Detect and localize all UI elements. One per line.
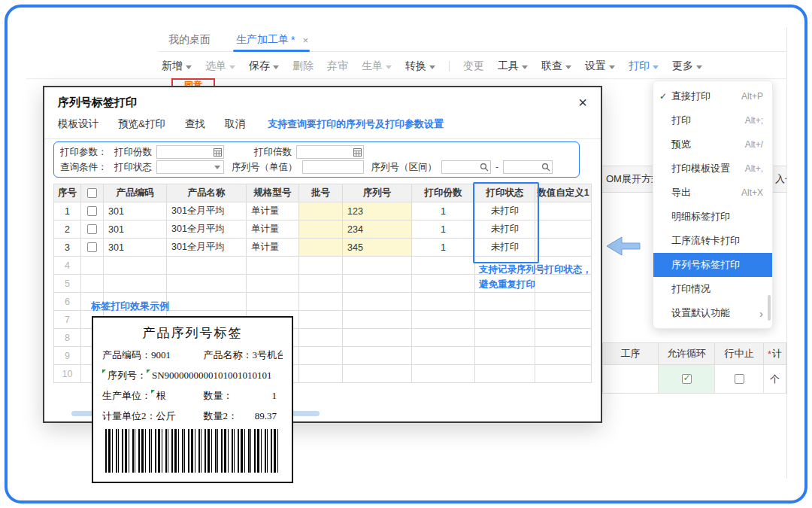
label-preview-card: 产品序列号标签 产品编码：9001产品名称：3号机台序列号：SN90000000… — [92, 316, 293, 483]
table-cell — [247, 293, 299, 311]
menu-item-print[interactable]: 打印Alt+; — [653, 108, 772, 132]
column-header: 产品编码 — [104, 184, 167, 202]
tab-label: 生产加工单 — [236, 33, 289, 47]
row-checkbox[interactable] — [87, 206, 97, 216]
table-cell — [299, 239, 343, 257]
label-field-name: 产品名称： — [203, 348, 252, 362]
toolbar-button-label: 工具 — [498, 59, 519, 73]
table-cell: 3 — [54, 239, 81, 257]
toolbar-button-new[interactable]: 新增 — [162, 59, 192, 73]
menu-item-print-template-settings[interactable]: 打印模板设置Alt+, — [653, 157, 772, 181]
menu-item-export[interactable]: 导出Alt+X — [653, 181, 772, 205]
row-checkbox[interactable] — [87, 224, 97, 234]
table-cell: 单计量 — [247, 239, 299, 257]
table-cell — [412, 311, 475, 329]
chevron-down-icon — [565, 65, 571, 69]
search-icon[interactable] — [480, 163, 489, 172]
table-cell — [299, 275, 343, 293]
menu-item-detail-label-print[interactable]: 明细标签打印 — [653, 205, 772, 229]
label-field-value: 公斤 — [156, 409, 176, 423]
tab-my-desktop[interactable]: 我的桌面 — [168, 29, 211, 51]
table-cell — [247, 257, 299, 275]
toolbar-button-label: 生单 — [362, 59, 383, 73]
menu-item-print-status[interactable]: 打印情况 — [653, 277, 772, 301]
line-abort-checkbox[interactable] — [735, 374, 744, 384]
toolbar-button-tools[interactable]: 工具 — [498, 59, 528, 73]
calculator-icon[interactable] — [353, 148, 362, 157]
toolbar-button-settings[interactable]: 设置 — [585, 59, 615, 73]
label-field-name: 序列号： — [108, 369, 147, 382]
label-example-link[interactable]: 标签打印效果示例 — [91, 300, 169, 313]
menu-item-preview[interactable]: 预览Alt+/ — [653, 132, 772, 157]
toolbar-button-select-order[interactable]: 选单 — [205, 59, 235, 73]
range-separator: - — [495, 162, 498, 172]
table-cell — [299, 202, 343, 221]
table-cell — [412, 293, 475, 311]
column-header: 打印状态 — [475, 184, 535, 202]
table-cell — [299, 365, 343, 383]
toolbar-button-delete[interactable]: 删除 — [292, 59, 314, 73]
dialog-menu-preview-print[interactable]: 预览&打印 — [118, 117, 165, 131]
calculator-icon[interactable] — [214, 148, 222, 157]
toolbar-button-generate-order[interactable]: 生单 — [362, 59, 392, 73]
allow-loop-checkbox[interactable] — [682, 374, 692, 384]
menu-scrollbar[interactable] — [768, 295, 771, 321]
toolbar-button-convert[interactable]: 转换 — [405, 59, 435, 73]
label-field-row: 计量单位2：公斤数量2：89.37 — [102, 409, 283, 423]
tab-production-order[interactable]: 生产加工单 * × — [236, 29, 308, 51]
menu-item-label: 打印情况 — [671, 282, 763, 296]
serial-range-label: 序列号（区间） — [371, 161, 438, 174]
table-cell — [343, 329, 412, 347]
multiple-input[interactable] — [296, 145, 364, 159]
toolbar-button-unapprove[interactable]: 弃审 — [327, 59, 348, 73]
dialog-title: 序列号标签打印 — [58, 96, 137, 110]
print-status-select[interactable] — [156, 160, 224, 174]
table-cell — [475, 311, 535, 329]
table-cell — [475, 329, 535, 347]
table-cell — [412, 365, 475, 383]
serial-single-input[interactable] — [302, 160, 364, 174]
dialog-menu-find[interactable]: 查找 — [185, 117, 205, 131]
toolbar-button-more[interactable]: 更多 — [672, 59, 702, 73]
menu-item-direct-print[interactable]: ✓直接打印Alt+P — [653, 84, 772, 108]
dialog-close-icon[interactable]: × — [578, 95, 587, 110]
chevron-down-icon — [214, 166, 220, 169]
toolbar-button-change[interactable]: 变更 — [463, 59, 484, 73]
table-cell — [535, 365, 592, 383]
table-cell: 4 — [54, 257, 81, 275]
serial-range-end-input[interactable] — [503, 160, 553, 174]
label-field-row: 序列号：SN9000000000101001010101 — [102, 369, 283, 382]
label-field-name: 产品编码： — [102, 348, 151, 362]
dialog-menu-bar: 模板设计预览&打印查找取消 支持查询要打印的序列号及打印参数设置 — [44, 117, 601, 139]
toolbar-button-label: 保存 — [249, 59, 270, 73]
toolbar-button-print[interactable]: 打印 — [629, 59, 659, 73]
table-header-row: 序号产品编码产品名称规格型号批号序列号打印份数打印状态数值自定义1 — [54, 184, 592, 202]
chevron-down-icon — [653, 65, 659, 69]
dialog-menu-template-design[interactable]: 模板设计 — [58, 117, 98, 131]
copies-input[interactable] — [156, 145, 224, 159]
table-cell — [475, 365, 535, 383]
barcode-image — [105, 429, 280, 473]
bg-column-header: 工序 — [603, 343, 659, 364]
chevron-down-icon — [273, 65, 279, 69]
dialog-menu-cancel[interactable]: 取消 — [225, 117, 245, 131]
label-field-name: 数量2： — [203, 409, 238, 423]
toolbar-button-label: 选单 — [205, 59, 226, 73]
serial-range-start-input[interactable] — [441, 160, 491, 174]
table-cell — [343, 311, 412, 329]
toolbar-button-save[interactable]: 保存 — [249, 59, 279, 73]
row-checkbox[interactable] — [87, 242, 97, 252]
select-all-checkbox[interactable] — [87, 188, 97, 198]
table-cell: 1 — [412, 239, 475, 257]
table-cell — [81, 257, 104, 275]
table-cell: 301全月平均 — [167, 239, 247, 257]
menu-item-serial-label-print[interactable]: 序列号标签打印 — [653, 253, 772, 277]
menu-item-set-default-function[interactable]: 设置默认功能› — [653, 301, 772, 325]
table-cell: 301 — [104, 202, 167, 221]
search-icon[interactable] — [541, 163, 550, 172]
table-cell: 10 — [54, 365, 81, 383]
toolbar-button-linked-query[interactable]: 联查 — [541, 59, 571, 73]
print-params-row: 打印参数： 打印份数 打印倍数 — [60, 144, 573, 160]
tab-close-icon[interactable]: × — [302, 35, 308, 46]
menu-item-process-flow-card-print[interactable]: 工序流转卡打印 — [653, 229, 772, 253]
